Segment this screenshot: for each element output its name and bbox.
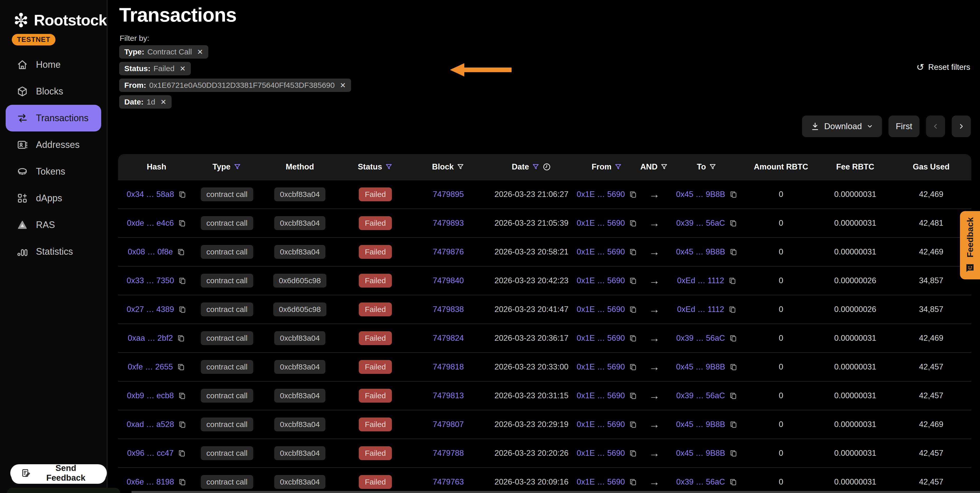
- tx-hash-link[interactable]: 0xfe … 2655: [128, 362, 173, 372]
- copy-icon[interactable]: [629, 420, 637, 429]
- copy-icon[interactable]: [178, 420, 186, 429]
- copy-icon[interactable]: [729, 219, 737, 227]
- col-header-type[interactable]: Type: [195, 154, 259, 180]
- to-address-link[interactable]: 0x39 … 56aC: [676, 477, 725, 487]
- copy-icon[interactable]: [178, 391, 186, 400]
- send-feedback-button[interactable]: Send Feedback: [10, 464, 107, 482]
- horizontal-scrollbar[interactable]: [132, 491, 980, 493]
- copy-icon[interactable]: [729, 420, 738, 429]
- from-address-link[interactable]: 0x1E … 5690: [577, 362, 625, 372]
- to-address-link[interactable]: 0xEd … 1112: [677, 276, 724, 285]
- from-address-link[interactable]: 0x1E … 5690: [577, 391, 625, 400]
- previous-page-button[interactable]: [926, 116, 945, 137]
- download-button[interactable]: Download: [802, 116, 882, 137]
- copy-icon[interactable]: [729, 449, 738, 458]
- col-header-and[interactable]: AND: [638, 154, 671, 180]
- copy-icon[interactable]: [729, 363, 738, 371]
- block-link[interactable]: 7479763: [433, 477, 464, 486]
- tx-hash-link[interactable]: 0xaa … 2bf2: [128, 334, 173, 343]
- to-address-link[interactable]: 0x45 … 9B8B: [676, 420, 725, 429]
- sidebar-item-dapps[interactable]: dApps: [6, 185, 101, 212]
- sidebar-item-transactions[interactable]: Transactions: [6, 105, 101, 132]
- from-address-link[interactable]: 0x1E … 5690: [577, 420, 625, 429]
- sidebar-item-addresses[interactable]: Addresses: [6, 132, 101, 158]
- copy-icon[interactable]: [629, 478, 637, 486]
- block-link[interactable]: 7479876: [433, 247, 464, 256]
- copy-icon[interactable]: [728, 276, 737, 285]
- to-address-link[interactable]: 0x39 … 56aC: [676, 218, 725, 228]
- close-icon[interactable]: ✕: [180, 64, 185, 73]
- close-icon[interactable]: ✕: [160, 98, 166, 106]
- copy-icon[interactable]: [177, 334, 185, 342]
- to-address-link[interactable]: 0xEd … 1112: [677, 305, 724, 314]
- copy-icon[interactable]: [178, 305, 186, 314]
- to-address-link[interactable]: 0x45 … 9B8B: [676, 362, 725, 372]
- tx-hash-link[interactable]: 0x27 … 4389: [127, 305, 174, 314]
- close-icon[interactable]: ✕: [197, 48, 203, 56]
- copy-icon[interactable]: [178, 478, 186, 486]
- sidebar-item-statistics[interactable]: Statistics: [6, 238, 101, 265]
- copy-icon[interactable]: [629, 276, 637, 285]
- copy-icon[interactable]: [629, 219, 637, 227]
- block-link[interactable]: 7479818: [433, 362, 464, 371]
- copy-icon[interactable]: [178, 276, 186, 285]
- tx-hash-link[interactable]: 0xad … a528: [127, 420, 174, 429]
- to-address-link[interactable]: 0x45 … 9B8B: [676, 190, 725, 199]
- close-icon[interactable]: ✕: [340, 81, 346, 90]
- from-address-link[interactable]: 0x1E … 5690: [577, 477, 625, 487]
- copy-icon[interactable]: [729, 391, 737, 400]
- copy-icon[interactable]: [729, 190, 738, 199]
- filter-icon[interactable]: [385, 163, 393, 171]
- from-address-link[interactable]: 0x1E … 5690: [577, 448, 625, 458]
- tx-hash-link[interactable]: 0x08 … 0f8e: [128, 247, 173, 256]
- copy-icon[interactable]: [629, 305, 637, 314]
- copy-icon[interactable]: [177, 248, 185, 256]
- filter-chip-status[interactable]: Status: Failed ✕: [119, 62, 191, 75]
- reset-filters-button[interactable]: ↺ Reset filters: [916, 63, 970, 72]
- copy-icon[interactable]: [178, 449, 186, 458]
- from-address-link[interactable]: 0x1E … 5690: [577, 305, 625, 314]
- block-link[interactable]: 7479893: [433, 218, 464, 227]
- from-address-link[interactable]: 0x1E … 5690: [577, 247, 625, 256]
- col-header-date[interactable]: Date: [487, 154, 576, 180]
- block-link[interactable]: 7479788: [433, 448, 464, 458]
- tx-hash-link[interactable]: 0x34 … 58a8: [127, 190, 174, 199]
- filter-icon[interactable]: [614, 163, 622, 171]
- copy-icon[interactable]: [177, 363, 185, 371]
- col-header-to[interactable]: To: [671, 154, 743, 180]
- filter-chip-date[interactable]: Date: 1d ✕: [119, 95, 172, 109]
- from-address-link[interactable]: 0x1E … 5690: [577, 218, 625, 228]
- to-address-link[interactable]: 0x39 … 56aC: [676, 391, 725, 400]
- copy-icon[interactable]: [729, 334, 737, 342]
- copy-icon[interactable]: [629, 391, 637, 400]
- filter-icon[interactable]: [233, 163, 242, 171]
- copy-icon[interactable]: [178, 219, 186, 227]
- copy-icon[interactable]: [729, 248, 738, 256]
- copy-icon[interactable]: [178, 190, 186, 199]
- copy-icon[interactable]: [729, 478, 737, 486]
- sidebar-item-tokens[interactable]: Tokens: [6, 158, 101, 185]
- to-address-link[interactable]: 0x45 … 9B8B: [676, 247, 725, 256]
- clock-icon[interactable]: [542, 162, 551, 171]
- copy-icon[interactable]: [629, 248, 637, 256]
- filter-icon[interactable]: [708, 163, 717, 171]
- copy-icon[interactable]: [629, 334, 637, 342]
- block-link[interactable]: 7479824: [433, 334, 464, 342]
- tx-hash-link[interactable]: 0xde … e4c6: [127, 218, 174, 228]
- tx-hash-link[interactable]: 0x6e … 8198: [127, 477, 174, 487]
- block-link[interactable]: 7479807: [433, 420, 464, 429]
- filter-chip-type[interactable]: Type: Contract Call ✕: [119, 45, 208, 59]
- feedback-tab[interactable]: Feedback: [960, 211, 980, 279]
- col-header-from[interactable]: From: [576, 154, 638, 180]
- sidebar-item-ras[interactable]: RAS: [6, 212, 101, 238]
- copy-icon[interactable]: [629, 190, 637, 199]
- sidebar-item-home[interactable]: Home: [6, 51, 101, 78]
- filter-icon[interactable]: [660, 163, 668, 171]
- tx-hash-link[interactable]: 0xb9 … ecb8: [127, 391, 174, 400]
- col-header-status[interactable]: Status: [341, 154, 410, 180]
- copy-icon[interactable]: [629, 363, 637, 371]
- copy-icon[interactable]: [629, 449, 637, 458]
- from-address-link[interactable]: 0x1E … 5690: [577, 190, 625, 199]
- block-link[interactable]: 7479840: [433, 276, 464, 285]
- filter-icon[interactable]: [457, 163, 465, 171]
